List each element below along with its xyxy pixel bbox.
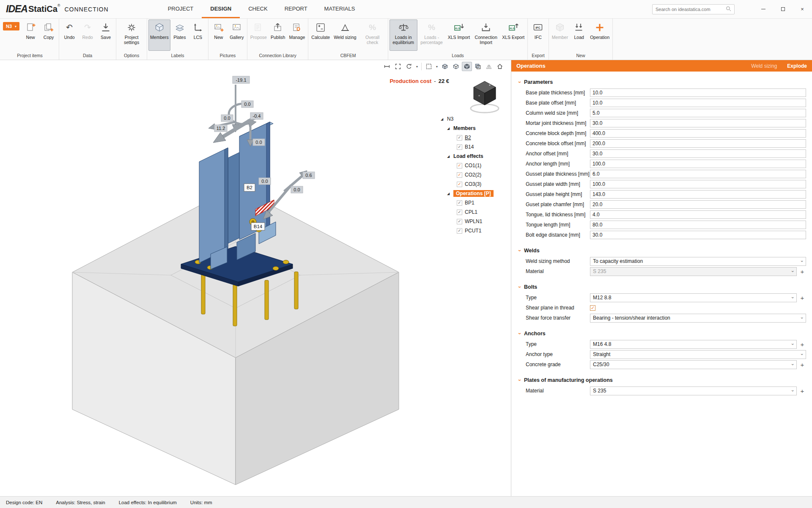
shear-force-transfer-dropdown[interactable]: Bearing - tension/shear interaction › <box>590 314 806 323</box>
shaded-view-icon[interactable] <box>451 62 461 71</box>
solid-view-icon[interactable] <box>440 62 450 71</box>
viewport-3d-scene[interactable]: -19.1 0.0 -0.4 0.0 11.2 0.0 0.0 0.6 <box>0 60 511 496</box>
plates-material-dropdown[interactable]: S 235 › <box>590 387 797 395</box>
section-header[interactable]: › Anchors <box>519 328 806 339</box>
tree-node-project[interactable]: ◢ N3 <box>440 114 508 124</box>
loads-in-equilibrium-toggle[interactable]: Loads in equilibrium <box>390 19 417 51</box>
member-label-b14[interactable]: B14 <box>251 223 265 230</box>
new-operation-button[interactable]: Operation <box>588 19 611 51</box>
publish-button[interactable]: Publish <box>269 19 287 51</box>
param-input[interactable] <box>590 170 806 178</box>
new-picture-button[interactable]: New <box>210 19 228 51</box>
add-anchor-type-button[interactable]: + <box>798 340 806 348</box>
param-input[interactable] <box>590 119 806 127</box>
tree-node-members[interactable]: ◢ Members <box>440 124 508 133</box>
param-input[interactable] <box>590 160 806 168</box>
copy-project-item-button[interactable]: Copy <box>40 19 58 51</box>
propose-button[interactable]: Propose <box>249 19 269 51</box>
minimize-button[interactable] <box>754 0 773 18</box>
param-input[interactable] <box>590 190 806 199</box>
expand-caret-icon[interactable]: ◢ <box>447 155 451 158</box>
search-input[interactable] <box>656 7 726 12</box>
maximize-button[interactable] <box>773 0 793 18</box>
transparency-view-icon[interactable] <box>473 62 483 71</box>
zoom-extents-icon[interactable] <box>393 62 403 71</box>
anchor-shape-dropdown[interactable]: Straight › <box>590 350 806 359</box>
explode-header-button[interactable]: Explode <box>787 63 807 69</box>
weld-material-dropdown[interactable]: S 235 › <box>590 267 797 276</box>
tree-item-co1[interactable]: ✓ CO1(1) <box>440 161 508 170</box>
section-header[interactable]: › Plates of manufacturing operations <box>519 375 806 386</box>
calculate-button[interactable]: Calculate <box>310 19 332 51</box>
checkbox-checked-icon[interactable]: ✓ <box>457 182 462 187</box>
tab-check[interactable]: CHECK <box>240 0 276 18</box>
mirror-view-icon[interactable] <box>484 62 494 71</box>
bolt-type-dropdown[interactable]: M12 8.8 › <box>590 293 797 302</box>
param-input[interactable] <box>590 99 806 107</box>
expand-caret-icon[interactable]: ◢ <box>447 192 451 196</box>
anchor-type-dropdown[interactable]: M16 4.8 › <box>590 340 797 349</box>
tab-design[interactable]: DESIGN <box>202 0 240 18</box>
chevron-down-icon[interactable]: ▾ <box>435 65 439 69</box>
checkbox-checked-icon[interactable]: ✓ <box>457 135 462 141</box>
ifc-export-button[interactable]: IFC IFC <box>529 19 547 51</box>
new-project-item-button[interactable]: New <box>22 19 39 51</box>
navigation-cube[interactable] <box>468 78 502 116</box>
redo-button[interactable]: ↷ Redo <box>79 19 96 51</box>
selection-mode-icon[interactable] <box>424 62 434 71</box>
search-box[interactable] <box>652 4 735 14</box>
param-input[interactable] <box>590 231 806 239</box>
checkbox-checked-icon[interactable]: ✓ <box>457 219 462 224</box>
tab-report[interactable]: REPORT <box>276 0 316 18</box>
section-header[interactable]: › Parameters <box>519 77 806 88</box>
param-input[interactable] <box>590 200 806 209</box>
tree-item-bp1[interactable]: ✓ BP1 <box>440 198 508 207</box>
overall-check-button[interactable]: % Overall check <box>359 19 387 51</box>
tree-node-operations[interactable]: ◢ Operations [P] <box>440 189 508 198</box>
save-button[interactable]: Save <box>97 19 115 51</box>
weld-sizing-header-button[interactable]: Weld sizing <box>751 63 777 69</box>
project-settings-button[interactable]: Project settings <box>118 19 145 51</box>
lcs-labels-toggle[interactable]: LCS <box>189 19 207 51</box>
param-input[interactable] <box>590 129 806 138</box>
tree-item-co2[interactable]: ✓ CO2(2) <box>440 170 508 179</box>
tree-node-load-effects[interactable]: ◢ Load effects <box>440 152 508 161</box>
tree-item-member-b14[interactable]: ✓ B14 <box>440 142 508 152</box>
connection-import-button[interactable]: Connection Import <box>472 19 500 51</box>
param-input[interactable] <box>590 149 806 158</box>
search-icon[interactable] <box>726 6 731 13</box>
wireframe-view-icon[interactable] <box>462 62 472 71</box>
add-plates-material-button[interactable]: + <box>798 387 806 395</box>
shear-plane-checkbox[interactable]: ✓ <box>590 305 595 311</box>
tab-project[interactable]: PROJECT <box>159 0 202 18</box>
tree-item-member-b2[interactable]: ✓ B2 <box>440 133 508 142</box>
plates-labels-toggle[interactable]: Plates <box>171 19 189 51</box>
section-header[interactable]: › Welds <box>519 245 806 256</box>
param-input[interactable] <box>590 88 806 97</box>
expand-caret-icon[interactable]: ◢ <box>447 127 451 130</box>
param-input[interactable] <box>590 139 806 148</box>
loads-percentage-toggle[interactable]: % Loads - percentage <box>418 19 446 51</box>
checkbox-checked-icon[interactable]: ✓ <box>457 210 462 215</box>
gallery-button[interactable]: Gallery <box>228 19 246 51</box>
param-input[interactable] <box>590 210 806 219</box>
manage-button[interactable]: Manage <box>287 19 307 51</box>
checkbox-checked-icon[interactable]: ✓ <box>457 144 462 150</box>
add-concrete-grade-button[interactable]: + <box>798 360 806 369</box>
close-button[interactable]: × <box>793 0 812 18</box>
project-item-selector[interactable]: N3 ▾ <box>3 22 19 30</box>
xls-export-button[interactable]: XLS XLS Export <box>500 19 526 51</box>
param-input[interactable] <box>590 109 806 117</box>
xls-import-button[interactable]: XLS XLS Import <box>446 19 472 51</box>
members-labels-toggle[interactable]: Members <box>148 19 170 51</box>
weld-sizing-method-dropdown[interactable]: To capacity estimation › <box>590 257 806 266</box>
checkbox-checked-icon[interactable]: ✓ <box>457 163 462 168</box>
viewport-3d[interactable]: -19.1 0.0 -0.4 0.0 11.2 0.0 0.0 0.6 <box>0 60 511 496</box>
undo-button[interactable]: ↶ Undo <box>60 19 78 51</box>
new-member-button[interactable]: Member <box>550 19 570 51</box>
dimensions-icon[interactable] <box>382 62 392 71</box>
add-bolt-type-button[interactable]: + <box>798 293 806 302</box>
rotate-view-icon[interactable] <box>404 62 414 71</box>
param-input[interactable] <box>590 221 806 229</box>
add-weld-material-button[interactable]: + <box>798 267 806 276</box>
